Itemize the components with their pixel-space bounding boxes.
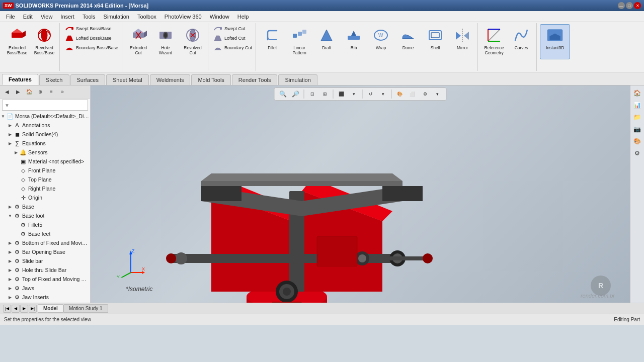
boundary-cut-item[interactable]: Boundary Cut	[211, 43, 254, 52]
zoom-in-button[interactable]: 🔍	[278, 89, 289, 99]
menu-item-insert[interactable]: Insert	[56, 13, 78, 21]
tab-mold-tools[interactable]: Mold Tools	[191, 74, 230, 85]
lofted-boss-item[interactable]: Lofted Boss/Base	[63, 34, 120, 43]
zoom-out-button[interactable]: 🔎	[290, 89, 301, 99]
tree-expand-base[interactable]: ▶	[7, 204, 13, 210]
tree-item-top-plane[interactable]: ◇Top Plane	[0, 175, 90, 184]
view-settings-button[interactable]: ⚙	[420, 89, 431, 99]
menu-item-toolbox[interactable]: Toolbox	[133, 13, 160, 21]
sidebar-options-button[interactable]: ≡	[46, 87, 56, 97]
menu-item-edit[interactable]: Edit	[19, 13, 37, 21]
tree-expand-top-fixed[interactable]: ▶	[7, 276, 13, 282]
rotate-options-button[interactable]: ▾	[378, 89, 389, 99]
tree-expand-jaw-inserts[interactable]: ▶	[7, 294, 13, 300]
tree-item-bar-opening[interactable]: ▶⚙Bar Opening Base	[0, 247, 90, 256]
minimize-button[interactable]: —	[618, 2, 625, 9]
menu-item-simulation[interactable]: Simulation	[100, 13, 133, 21]
tree-item-bottom-fixed[interactable]: ▶⚙Bottom of Fixed and Moving...	[0, 238, 90, 247]
tree-item-base-feet[interactable]: ⚙Base feet	[0, 229, 90, 238]
tab-simulation[interactable]: Simulation	[278, 74, 317, 85]
revolved-boss-button[interactable]: RevolvedBoss/Base	[31, 24, 57, 59]
tree-item-sensors[interactable]: ▶🔔Sensors	[0, 148, 90, 157]
menu-item-photoview-360[interactable]: PhotoView 360	[160, 13, 206, 21]
tree-expand-solid-bodies[interactable]: ▶	[7, 131, 13, 137]
tree-item-top-fixed[interactable]: ▶⚙Top of Fixed and Moving Side	[0, 275, 90, 284]
view-mode-button[interactable]: ⬛	[336, 89, 347, 99]
display-style-button[interactable]: 🎨	[394, 89, 406, 99]
tree-expand-hole-slide[interactable]: ▶	[7, 267, 13, 273]
revolved-cut-button[interactable]: RevolvedCut	[180, 24, 206, 59]
tree-item-hole-slide[interactable]: ▶⚙Hole thru Slide Bar	[0, 265, 90, 275]
rotate-button[interactable]: ↺	[365, 89, 376, 99]
draft-button[interactable]: Draft	[313, 24, 340, 59]
tree-item-equations[interactable]: ▶∑Equations	[0, 139, 90, 148]
nav-next-button[interactable]: ▶	[20, 305, 28, 313]
linear-pattern-button[interactable]: LinearPattern	[286, 24, 312, 59]
menu-item-view[interactable]: View	[37, 13, 57, 21]
sidebar-zoom-button[interactable]: ⊕	[35, 87, 45, 97]
shell-button[interactable]: Shell	[422, 24, 448, 59]
extruded-cut-button[interactable]: ExtrudedCut	[125, 24, 151, 59]
tree-item-solid-bodies[interactable]: ▶◼Solid Bodies(4)	[0, 130, 90, 139]
rp-settings-button[interactable]: ⚙	[632, 148, 643, 159]
view-settings-arrow[interactable]: ▾	[432, 89, 443, 99]
tree-expand-equations[interactable]: ▶	[7, 140, 13, 146]
curves-button[interactable]: Curves	[508, 24, 534, 59]
rp-camera-button[interactable]: 📷	[632, 124, 643, 135]
tree-expand-bar-opening[interactable]: ▶	[7, 249, 13, 255]
extruded-boss-button[interactable]: ExtrudedBoss/Base	[4, 24, 30, 59]
sidebar-forward-button[interactable]: ▶	[13, 87, 23, 97]
tree-item-jaws[interactable]: ▶⚙Jaws	[0, 284, 90, 293]
rp-folder-button[interactable]: 📁	[632, 112, 643, 123]
section-view-button[interactable]: ⬜	[407, 89, 418, 99]
instant3d-button[interactable]: 3D Instant3D	[540, 24, 570, 59]
sidebar-expand-button[interactable]: »	[57, 87, 67, 97]
menu-item-help[interactable]: Help	[233, 13, 253, 21]
swept-boss-item[interactable]: Swept Boss/Base	[63, 24, 120, 33]
tree-item-morsa-root[interactable]: ▼📄Morsa (Default<<Default>_Disp...	[0, 112, 90, 121]
nav-first-button[interactable]: |◀	[3, 305, 11, 313]
rib-button[interactable]: Rib	[341, 24, 367, 59]
tree-item-origin[interactable]: ✛Origin	[0, 193, 90, 202]
mirror-button[interactable]: Mirror	[449, 24, 475, 59]
rp-render-button[interactable]: 🎨	[632, 136, 643, 147]
boundary-boss-item[interactable]: Boundary Boss/Base	[63, 43, 120, 52]
rp-chart-button[interactable]: 📊	[632, 100, 643, 111]
nav-last-button[interactable]: ▶|	[29, 305, 37, 313]
tree-item-slide-bar[interactable]: ▶⚙Slide bar	[0, 256, 90, 265]
tab-sheet-metal[interactable]: Sheet Metal	[106, 74, 149, 85]
tree-item-annotations[interactable]: ▶AAnnotations	[0, 121, 90, 130]
tree-item-material[interactable]: ▣Material <not specified>	[0, 157, 90, 166]
tree-expand-bottom-fixed[interactable]: ▶	[7, 240, 13, 246]
wrap-button[interactable]: W Wrap	[368, 24, 394, 59]
tree-item-base[interactable]: ▶⚙Base	[0, 202, 90, 211]
rp-home-button[interactable]: 🏠	[632, 87, 643, 99]
fillet-button[interactable]: Fillet	[259, 24, 285, 59]
lofted-cut-item[interactable]: Lofted Cut	[211, 34, 254, 43]
tree-item-fillet5[interactable]: ⚙Fillet5	[0, 220, 90, 229]
view-options-button[interactable]: ▾	[349, 89, 360, 99]
menu-item-file[interactable]: File	[2, 13, 19, 21]
close-button[interactable]: ✕	[634, 2, 641, 9]
tab-surfaces[interactable]: Surfaces	[70, 74, 105, 85]
menu-item-window[interactable]: Window	[206, 13, 233, 21]
dome-button[interactable]: Dome	[395, 24, 421, 59]
sidebar-home-button[interactable]: 🏠	[24, 87, 34, 97]
tree-expand-sensors[interactable]: ▶	[13, 149, 19, 155]
tab-weldments[interactable]: Weldments	[150, 74, 191, 85]
tree-item-jaw-inserts[interactable]: ▶⚙Jaw Inserts	[0, 293, 90, 302]
tree-item-right-plane[interactable]: ◇Right Plane	[0, 184, 90, 193]
bottom-tab-model[interactable]: Model	[38, 304, 63, 313]
tab-render-tools[interactable]: Render Tools	[232, 74, 278, 85]
tree-expand-annotations[interactable]: ▶	[7, 122, 13, 128]
sidebar-back-button[interactable]: ◀	[2, 87, 12, 97]
menu-item-tools[interactable]: Tools	[78, 13, 100, 21]
hole-wizard-button[interactable]: HoleWizard	[152, 24, 179, 59]
tab-features[interactable]: Features	[2, 74, 38, 85]
tree-expand-morsa-root[interactable]: ▼	[0, 113, 6, 119]
filter-input[interactable]	[10, 103, 86, 108]
tree-expand-slide-bar[interactable]: ▶	[7, 258, 13, 264]
tree-item-screw[interactable]: ▶⚙Screw	[0, 302, 90, 303]
zoom-area-button[interactable]: ⊞	[319, 89, 331, 99]
tree-expand-base-foot[interactable]: ▼	[7, 213, 13, 219]
